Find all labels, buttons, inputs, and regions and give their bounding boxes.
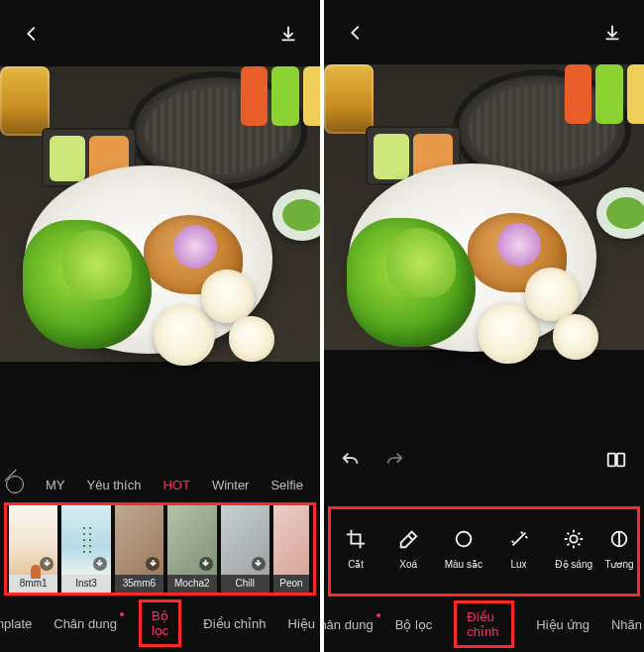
tab-filter[interactable]: Bộ lọc [395, 617, 433, 632]
category-winter[interactable]: Winter [212, 478, 250, 492]
svg-point-3 [571, 536, 578, 543]
new-dot-icon [376, 613, 380, 617]
left-screen: MY Yêu thích HOT Winter Selfie 8mm1 Inst… [0, 0, 320, 652]
adjust-tools[interactable]: Cắt Xoá Màu sắc Lux Độ sáng Tương [328, 506, 640, 597]
tab-filter[interactable]: Bộ lọc [139, 599, 181, 647]
download-badge-icon [93, 557, 107, 571]
adjust-label: Màu sắc [445, 559, 483, 570]
eraser-icon [396, 527, 420, 551]
filter-label: Mocha2 [167, 575, 216, 593]
adjust-label: Độ sáng [555, 559, 592, 570]
topbar [324, 0, 644, 64]
right-screen: Cắt Xoá Màu sắc Lux Độ sáng Tương Chân d… [324, 0, 644, 652]
adjust-lux[interactable]: Lux [491, 527, 547, 570]
half-circle-icon [607, 527, 631, 551]
filter-label: Peon [273, 575, 309, 593]
tab-adjust[interactable]: Điều chỉnh [454, 600, 514, 648]
tab-portrait[interactable]: Chân dung [54, 616, 117, 631]
new-dot-icon [120, 612, 124, 616]
tab-effects[interactable]: Hiệu ứ [288, 616, 320, 631]
adjust-brightness[interactable]: Độ sáng [546, 527, 601, 570]
download-badge-icon [252, 557, 266, 571]
filter-categories[interactable]: MY Yêu thích HOT Winter Selfie [0, 470, 320, 501]
adjust-label: Xoá [399, 559, 417, 570]
adjust-contrast[interactable]: Tương [601, 527, 637, 570]
filter-tile[interactable]: 35mm6 [115, 505, 163, 592]
history-row [324, 437, 644, 483]
adjust-erase[interactable]: Xoá [380, 527, 436, 570]
filter-tile[interactable]: Mocha2 [167, 505, 216, 592]
filter-tile[interactable]: Peon [273, 505, 309, 592]
redo-icon[interactable] [381, 448, 405, 472]
photo-preview[interactable] [324, 64, 644, 350]
compare-icon[interactable] [604, 448, 628, 472]
color-icon [452, 527, 476, 551]
download-badge-icon [146, 557, 160, 571]
filter-tile[interactable]: Inst3 [61, 505, 110, 592]
bottom-tabs[interactable]: emplate Chân dung Bộ lọc Điều chỉnh Hiệu… [0, 596, 320, 652]
filter-tile[interactable]: Chill [221, 505, 269, 592]
back-arrow-icon[interactable] [20, 22, 44, 46]
tab-template[interactable]: emplate [0, 616, 32, 631]
filter-tile[interactable]: 8mm1 [9, 505, 57, 592]
filter-label: Chill [221, 575, 269, 593]
category-favorite[interactable]: Yêu thích [87, 478, 142, 492]
crop-icon [344, 527, 368, 551]
tab-effects[interactable]: Hiệu ứng [536, 617, 590, 632]
category-my[interactable]: MY [46, 478, 65, 492]
svg-point-2 [456, 532, 471, 547]
category-hot[interactable]: HOT [162, 478, 189, 492]
brightness-icon [562, 527, 586, 551]
filter-label: Inst3 [61, 575, 110, 593]
adjust-color[interactable]: Màu sắc [436, 527, 491, 570]
filter-label: 35mm6 [115, 575, 163, 593]
download-icon[interactable] [276, 22, 300, 46]
adjust-label: Lux [510, 559, 526, 570]
svg-rect-0 [608, 454, 615, 467]
tab-portrait[interactable]: Chân dung [324, 617, 374, 632]
photo-preview[interactable] [0, 66, 320, 361]
none-filter-icon[interactable] [6, 476, 24, 493]
tab-sticker[interactable]: Nhãn [611, 617, 642, 632]
adjust-label: Tương [604, 559, 633, 570]
wand-icon [507, 527, 531, 551]
svg-rect-1 [617, 454, 624, 467]
download-icon[interactable] [600, 21, 624, 45]
download-badge-icon [199, 557, 213, 571]
tab-adjust[interactable]: Điều chỉnh [203, 616, 266, 631]
adjust-crop[interactable]: Cắt [331, 527, 380, 570]
bottom-tabs[interactable]: Chân dung Bộ lọc Điều chỉnh Hiệu ứng Nhã… [324, 597, 644, 652]
filter-strip[interactable]: 8mm1 Inst3 35mm6 Mocha2 Chill Peon [4, 502, 316, 595]
undo-icon[interactable] [340, 448, 364, 472]
topbar [0, 0, 320, 66]
download-badge-icon [40, 557, 54, 571]
back-arrow-icon[interactable] [344, 21, 368, 45]
adjust-label: Cắt [348, 559, 364, 570]
category-selfie[interactable]: Selfie [270, 478, 303, 492]
